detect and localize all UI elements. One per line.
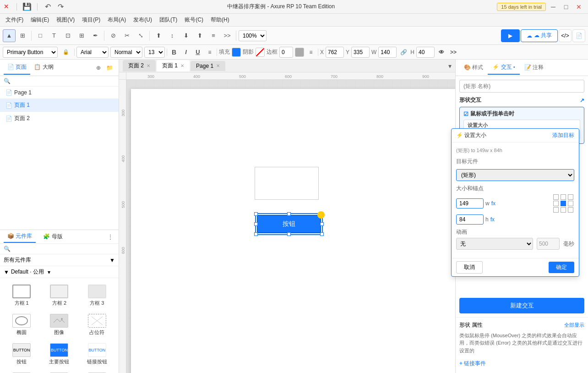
h-input[interactable] (416, 47, 435, 58)
comp-lib-dropdown[interactable]: 所有元件库 ▼ (0, 254, 119, 266)
menu-account[interactable]: 账号(C) (181, 14, 207, 26)
fill-color-swatch[interactable] (232, 48, 241, 57)
widget-tool[interactable]: ⊡ (61, 29, 74, 42)
comp-rect1[interactable]: 方框 1 (4, 282, 39, 309)
comp-primary-button[interactable]: BUTTON 主要按钮 (41, 340, 77, 368)
height-input[interactable] (456, 214, 484, 225)
comp-image[interactable]: 图像 (41, 311, 77, 339)
code-button[interactable]: </> (559, 29, 572, 42)
preview-button[interactable]: ▶ (501, 29, 520, 42)
font-family-select[interactable]: Arial (76, 47, 109, 58)
page-search-input[interactable] (12, 78, 115, 84)
border-value-input[interactable] (279, 47, 293, 58)
width-formula-btn[interactable]: fx (491, 200, 495, 207)
interaction-tab[interactable]: ⚡ 交互 • (488, 60, 519, 75)
comp-link-button[interactable]: BUTTON 链接按钮 (79, 340, 115, 368)
lock-icon[interactable]: 🔒 (60, 46, 72, 59)
more-tools[interactable]: >> (221, 29, 234, 42)
menu-edit[interactable]: 编辑(E) (27, 14, 53, 26)
share-button[interactable]: ☁ ☁ 共享 (521, 29, 558, 42)
comp-placeholder[interactable]: 占位符 (79, 311, 115, 339)
comp-section-header[interactable]: ▼ Default · 公用 ▾ (0, 266, 119, 278)
menu-team[interactable]: 团队(T) (156, 14, 181, 26)
tab-close-icon[interactable]: ✕ (216, 63, 220, 68)
anchor-mm[interactable] (561, 201, 566, 206)
maximize-button[interactable]: □ (561, 1, 572, 12)
rectangle-tool[interactable]: □ (34, 29, 47, 42)
zoom-select[interactable]: 100% 75% 50% 150% (239, 30, 267, 41)
w-input[interactable] (378, 47, 397, 58)
format-tool[interactable]: ⊘ (107, 29, 120, 42)
comp-h2[interactable]: H2 标题 2 (41, 370, 77, 373)
confirm-button[interactable]: 确定 (549, 262, 574, 273)
tab-close-icon[interactable]: ✕ (180, 63, 184, 68)
menu-file[interactable]: 文件(F) (2, 14, 27, 26)
italic-button[interactable]: I (181, 47, 191, 57)
master-tab[interactable]: 🧩 母版 (39, 231, 66, 242)
new-interaction-button[interactable]: 新建交互 (459, 298, 584, 313)
lock-ratio-button[interactable]: 🔗 (398, 47, 408, 57)
underline-button[interactable]: U (193, 47, 203, 57)
menu-help[interactable]: 帮助(H) (207, 14, 233, 26)
comp-rect2[interactable]: 方框 2 (41, 282, 77, 309)
visibility-button[interactable]: 👁 (436, 47, 446, 57)
anchor-tl[interactable] (553, 194, 559, 200)
canvas-tab-page1[interactable]: 页面 1 ✕ (157, 60, 190, 71)
width-input[interactable] (456, 198, 484, 208)
anchor-tr[interactable] (568, 194, 573, 200)
redo-button[interactable]: ↷ (56, 2, 65, 11)
outline-tab[interactable]: 📋 大纲 (30, 60, 57, 75)
more-tabs-icon[interactable]: ▾ (448, 62, 452, 70)
anchor-ml[interactable] (553, 201, 559, 206)
notes-tab[interactable]: 📝 注释 (520, 61, 548, 74)
chain-events[interactable]: + 链接事件 (459, 358, 584, 369)
page-item-page1-cn[interactable]: 📄 页面 1 (0, 99, 119, 112)
select-tool[interactable]: ▲ (3, 29, 16, 42)
canvas-tab-page1-en[interactable]: Page 1 ✕ (191, 61, 225, 71)
add-folder-icon[interactable]: 📁 (104, 64, 115, 72)
more-border-options[interactable]: ≡ (306, 47, 316, 57)
height-formula-btn[interactable]: fx (490, 216, 495, 223)
more-props-button[interactable]: >> (448, 47, 458, 57)
pen-tool[interactable]: ✒ (89, 29, 102, 42)
comp-lib-tab[interactable]: 📦 元件库 (4, 230, 36, 243)
pages-tab[interactable]: 📄 页面 (4, 60, 30, 75)
align-left-text[interactable]: ⬆ (193, 29, 206, 42)
menu-project[interactable]: 项目(P) (78, 14, 104, 26)
align-bottom[interactable]: ⬇ (180, 29, 192, 42)
target-dropdown[interactable]: (矩形) (456, 169, 574, 181)
crop-tool[interactable]: ✂ (120, 29, 133, 42)
anchor-tm[interactable] (561, 194, 566, 200)
distribute[interactable]: ≡ (207, 29, 220, 42)
menu-publish[interactable]: 发布(U) (130, 14, 156, 26)
comp-button[interactable]: BUTTON 按钮 (4, 340, 39, 368)
comp-rect3[interactable]: 方框 3 (79, 282, 115, 309)
shape-name-input[interactable] (459, 80, 584, 93)
comp-options-icon[interactable]: ⋮ (106, 233, 115, 241)
list-button[interactable]: ≡ (205, 47, 215, 57)
anim-select[interactable]: 无 线性 淡入淡出 (456, 238, 533, 250)
minimize-button[interactable]: ─ (548, 1, 559, 12)
table-tool[interactable]: ⊞ (75, 29, 88, 42)
comp-h3[interactable]: H3 标题 3 (79, 370, 115, 373)
canvas-rectangle[interactable] (255, 167, 319, 200)
style-tab[interactable]: 🎨 样式 (459, 61, 488, 74)
page-item-page2[interactable]: 📄 页面 2 (0, 112, 119, 125)
canvas-tab-page2[interactable]: 页面 2 ✕ (123, 60, 156, 71)
font-style-select[interactable]: Normal (110, 47, 142, 58)
shadow-color-swatch[interactable] (256, 48, 265, 57)
component-type-select[interactable]: Primary Button (3, 47, 58, 58)
show-all-button[interactable]: 全部显示 (564, 322, 584, 329)
external-link-icon[interactable]: ↗ (580, 97, 584, 104)
add-page-icon[interactable]: ⊕ (94, 64, 103, 72)
align-middle[interactable]: ↕ (166, 29, 179, 42)
component-tool[interactable]: ⊞ (16, 29, 29, 42)
text-tool[interactable]: T (48, 29, 60, 42)
publish-button[interactable]: 📄 (572, 29, 585, 42)
comp-search-input[interactable] (12, 246, 115, 252)
align-top[interactable]: ⬆ (152, 29, 165, 42)
y-input[interactable] (351, 47, 370, 58)
menu-view[interactable]: 视图(V) (53, 14, 78, 26)
menu-layout[interactable]: 布局(A) (104, 14, 130, 26)
undo-button[interactable]: ↶ (43, 2, 52, 11)
